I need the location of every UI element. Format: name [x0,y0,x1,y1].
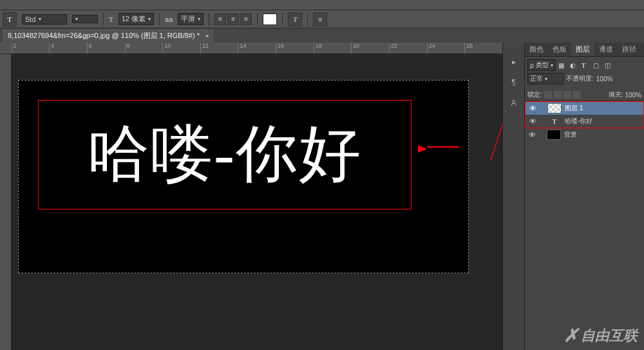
collapsed-dock: ▸ ¶ A [502,43,525,350]
layers-options: ρ类型▾ ▦ ◐ T ▢ ◫ 正常▾ 不透明度: 100% [525,57,644,89]
panel-tab-3[interactable]: 通道 [594,43,618,56]
separator [307,13,308,26]
menu-bar-placeholder [0,0,644,10]
layer-filter-dropdown[interactable]: ρ类型▾ [527,59,556,71]
visibility-eye-icon[interactable]: 👁 [527,131,536,139]
document-tab-bar: 8,1034827694&fm=26&gp=0.jpg @ 110% (图层 1… [0,28,644,43]
panel-tab-1[interactable]: 色板 [548,43,571,56]
font-style-dropdown[interactable]: ▾ [72,15,98,23]
lock-transparent-icon[interactable] [544,91,552,99]
panel-tab-2[interactable]: 图层 [571,43,594,56]
filter-pixel-icon[interactable]: ▦ [558,62,567,69]
close-tab-icon[interactable]: × [205,33,209,39]
watermark: ✗ 自由互联 [564,325,638,346]
lock-row: 锁定: 填充: 100% [525,89,644,101]
svg-line-0 [491,70,502,161]
blend-mode-dropdown[interactable]: 正常▾ [527,73,564,84]
opacity-label: 不透明度: [566,74,594,83]
lock-pixels-icon[interactable] [554,91,562,99]
annotation-arrow-long [486,67,502,164]
chevron-down-icon: ▾ [148,16,151,22]
layer-name[interactable]: 哈喽-你好 [565,117,592,126]
filter-type-icon[interactable]: T [582,62,591,69]
panel-tab-4[interactable]: 路径 [618,43,641,56]
tool-options-bar: T Std▾ ▾ T 12 像素▾ aa 平滑▾ ≡ ≡ ≡ T ≡ [0,10,644,28]
character-dock-icon[interactable]: ¶ [507,76,520,89]
layer-name[interactable]: 背景 [564,130,577,139]
type-tool-icon[interactable]: T [3,12,17,26]
lock-label: 锁定: [527,90,542,99]
watermark-text: 自由互联 [581,326,638,345]
text-selection-box[interactable]: 哈喽-你好 [38,100,412,209]
layer-thumbnail [547,103,562,113]
opacity-value[interactable]: 100% [596,75,613,83]
filter-smart-icon[interactable]: ◫ [605,62,614,69]
text-color-swatch[interactable] [263,14,277,25]
canvas-text[interactable]: 哈喽-你好 [88,113,362,197]
antialias-dropdown[interactable]: 平滑▾ [178,13,204,25]
separator [209,13,209,26]
separator [159,13,160,26]
annotation-arrow-icon [418,145,427,153]
type-layer-icon: T [547,116,562,126]
layer-thumbnail [547,130,561,140]
fill-value[interactable]: 100% [625,92,641,99]
document-tab[interactable]: 8,1034827694&fm=26&gp=0.jpg @ 110% (图层 1… [3,29,214,43]
lock-all-icon[interactable] [573,91,581,99]
layer-name[interactable]: 图层 1 [565,104,583,113]
antialias-icon: aa [165,15,173,23]
align-right-button[interactable]: ≡ [240,14,252,25]
artboard[interactable]: 哈喽-你好 [18,80,469,273]
separator [282,13,283,26]
text-align-group: ≡ ≡ ≡ [214,14,252,25]
layer-row[interactable]: 👁 T 哈喽-你好 [526,115,643,128]
align-left-button[interactable]: ≡ [214,14,226,25]
paragraph-dock-icon[interactable]: A [507,97,520,110]
chevron-down-icon: ▾ [39,16,41,22]
visibility-eye-icon[interactable]: 👁 [528,117,537,125]
annotation-arrow-line [427,146,459,148]
character-panel-button[interactable]: ≡ [313,12,327,26]
chevron-down-icon: ▾ [75,16,78,22]
watermark-logo-icon: ✗ [564,325,578,346]
vertical-ruler [0,54,12,350]
separator [103,13,104,26]
visibility-eye-icon[interactable]: 👁 [528,104,537,112]
font-family-dropdown[interactable]: Std▾ [22,14,67,24]
annotation-highlight-box: 👁 图层 1 👁 T 哈喽-你好 [525,101,644,128]
font-size-dropdown[interactable]: 12 像素▾ [118,13,154,25]
warp-text-button[interactable]: T [288,12,302,26]
font-size-icon: T [109,15,113,23]
filter-adjust-icon[interactable]: ◐ [570,62,579,69]
horizontal-ruler: 2468101214161820222426 [0,43,502,54]
panel-tab-bar: 颜色色板图层通道路径 [525,43,644,57]
document-title: 8,1034827694&fm=26&gp=0.jpg @ 110% (图层 1… [8,32,200,39]
separator [257,13,258,26]
align-center-button[interactable]: ≡ [227,14,239,25]
panels-column: 颜色色板图层通道路径 ρ类型▾ ▦ ◐ T ▢ ◫ 正常▾ 不透明度: 100%… [525,43,644,350]
lock-position-icon[interactable] [564,91,571,99]
fill-label: 填充: [609,90,623,99]
layer-row[interactable]: 👁 图层 1 [526,102,643,115]
canvas-area: 2468101214161820222426 哈喽-你好 [0,43,502,350]
layer-row[interactable]: 👁 背景 [525,128,644,141]
layers-list: 👁 图层 1 👁 T 哈喽-你好 [526,102,643,128]
chevron-down-icon: ▾ [198,16,200,22]
dock-icon[interactable]: ▸ [507,55,520,68]
panel-tab-0[interactable]: 颜色 [525,43,548,56]
filter-shape-icon[interactable]: ▢ [593,62,602,69]
